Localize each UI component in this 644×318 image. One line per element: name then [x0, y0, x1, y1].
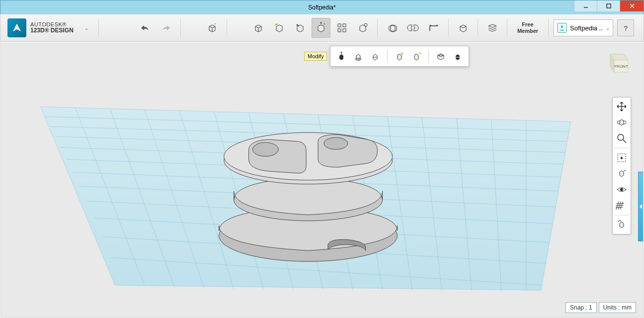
svg-point-56 [620, 188, 623, 191]
svg-rect-5 [338, 24, 341, 27]
undo-button[interactable] [136, 18, 155, 38]
separator [448, 19, 449, 37]
membership-button[interactable]: FreeMember [512, 18, 543, 38]
maximize-button[interactable] [597, 0, 620, 11]
units-status[interactable]: Units : mm [599, 302, 636, 313]
sketch-icon [252, 22, 264, 34]
viewport-3d[interactable]: FRONT Snap : 1 Units : mm [0, 42, 644, 318]
presspull-icon [335, 50, 347, 62]
tweak-icon [352, 50, 364, 62]
zoom-button[interactable] [614, 131, 629, 146]
modify2-button[interactable] [291, 18, 310, 38]
lookat-button[interactable] [614, 166, 629, 181]
separator [377, 19, 378, 37]
chevron-down-icon: ⌄ [606, 25, 610, 31]
grid-plane [1, 42, 643, 317]
splitsolid-icon [452, 50, 464, 62]
window-buttons [574, 0, 644, 11]
app-logo[interactable]: AUTODESK® 123D® DESIGN [3, 18, 78, 37]
svg-rect-1 [607, 4, 611, 8]
grouping-icon [357, 22, 369, 34]
close-button[interactable] [620, 0, 644, 11]
avatar-icon [557, 23, 567, 33]
modify-flyout: Modify [304, 46, 469, 67]
logo-text: AUTODESK® 123D® DESIGN [30, 21, 74, 34]
views-button[interactable] [614, 182, 629, 197]
primitive-box-icon [206, 22, 218, 34]
tweak-button[interactable] [350, 48, 366, 64]
svg-point-59 [401, 53, 403, 55]
lookat-icon [616, 168, 628, 180]
separator [478, 19, 478, 37]
eye-icon [616, 184, 628, 196]
model-object [219, 132, 398, 261]
svg-rect-6 [343, 24, 346, 27]
pan-icon [616, 101, 628, 112]
view-cube[interactable]: FRONT [603, 49, 631, 77]
pattern-icon [336, 22, 348, 34]
text-button[interactable] [454, 18, 473, 38]
fillet-button[interactable] [392, 48, 407, 64]
separator [387, 50, 388, 63]
window-title: Softpedia* [308, 4, 335, 11]
sketch-button[interactable] [249, 18, 268, 38]
chevron-down-icon: ⌄ [84, 25, 88, 31]
combine-button[interactable] [383, 18, 402, 38]
svg-text:FRONT: FRONT [614, 64, 628, 69]
presspull-button[interactable] [333, 48, 349, 64]
material-button[interactable] [483, 18, 502, 38]
redo-button[interactable] [157, 18, 175, 38]
stack-icon [486, 22, 498, 34]
svg-point-45 [252, 142, 278, 156]
separator [98, 19, 99, 37]
logo-icon [7, 18, 26, 37]
grid-toggle-button[interactable] [614, 198, 629, 213]
pan-button[interactable] [614, 99, 629, 114]
app-menu-button[interactable]: ⌄ [80, 18, 93, 38]
svg-marker-4 [13, 24, 21, 32]
snap-status[interactable]: Snap : 1 [565, 302, 597, 313]
redo-icon [160, 22, 172, 34]
splitsolid-button[interactable] [450, 48, 466, 64]
text-cube-icon [457, 22, 469, 34]
svg-rect-8 [343, 29, 346, 32]
window-titlebar: Softpedia* [0, 0, 644, 14]
construct-button[interactable] [270, 18, 289, 38]
combine-icon [386, 22, 398, 34]
user-dropdown[interactable]: Softpedia ... ⌄ [554, 19, 613, 36]
grouping-button[interactable] [353, 18, 372, 38]
modify-icon [315, 22, 327, 34]
chamfer-button[interactable] [408, 48, 424, 64]
chamfer-icon [410, 50, 422, 62]
snap-toggle-button[interactable] [614, 217, 629, 232]
separator [614, 148, 629, 148]
snap-icon [616, 219, 628, 231]
fit-button[interactable] [614, 150, 629, 165]
svg-point-52 [618, 134, 624, 140]
separator [507, 19, 507, 37]
zoom-icon [616, 132, 628, 144]
undo-icon [139, 22, 151, 34]
help-button[interactable]: ? [617, 19, 634, 36]
modify-submenu [330, 46, 469, 67]
side-panel-handle[interactable] [638, 172, 643, 241]
snap-tool-button[interactable] [403, 18, 422, 38]
svg-point-9 [364, 23, 367, 26]
orbit-button[interactable] [614, 115, 629, 130]
splitface-button[interactable] [367, 48, 383, 64]
measure-button[interactable] [424, 18, 443, 38]
svg-rect-7 [338, 29, 341, 32]
brush-icon [294, 22, 306, 34]
fit-icon [616, 152, 628, 164]
primitives-button[interactable] [203, 18, 222, 38]
modify-button[interactable] [312, 18, 330, 38]
navigation-toolbar [612, 97, 631, 234]
construct-icon [273, 22, 285, 34]
orbit-icon [616, 116, 628, 128]
main-toolbar: AUTODESK® 123D® DESIGN ⌄ [0, 14, 644, 42]
shell-button[interactable] [433, 48, 449, 64]
minimize-button[interactable] [574, 0, 597, 11]
status-bar: Snap : 1 Units : mm [565, 302, 636, 313]
splitface-icon [369, 50, 381, 62]
pattern-button[interactable] [332, 18, 351, 38]
